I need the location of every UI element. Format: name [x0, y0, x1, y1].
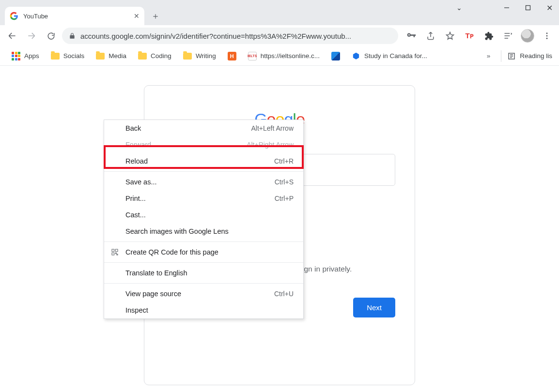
url-text: accounts.google.com/signin/v2/identifier…: [80, 32, 391, 40]
bookmark-label: Coding: [151, 52, 171, 60]
site-icon: IELTS: [248, 52, 257, 60]
svg-point-2: [546, 32, 548, 34]
ctx-label: Translate to English: [125, 269, 187, 277]
site-icon: H: [228, 52, 236, 60]
tab-search-chevron-icon[interactable]: ⌄: [456, 4, 462, 12]
apps-grid-icon: [12, 52, 20, 60]
browser-tab-active[interactable]: YouTube ✕: [5, 7, 144, 25]
bookmark-site-study[interactable]: ⬢Study in Canada for...: [347, 49, 432, 63]
bookmark-site-blue[interactable]: [326, 49, 345, 63]
bookmark-site-h[interactable]: H: [223, 49, 241, 63]
browser-tab-strip: YouTube ✕ ＋ ⌄ ✕: [0, 0, 559, 25]
bookmark-folder-coding[interactable]: Coding: [133, 49, 176, 62]
reading-list-label: Reading lis: [520, 52, 552, 60]
chrome-menu-icon[interactable]: [539, 28, 555, 44]
ctx-print[interactable]: Print...Ctrl+P: [104, 190, 303, 207]
ctx-search-lens[interactable]: Search images with Google Lens: [104, 223, 303, 240]
bookmarks-bar: Apps Socials Media Coding Writing H IELT…: [0, 46, 559, 66]
ctx-label: Reload: [125, 157, 148, 165]
ctx-inspect[interactable]: Inspect: [104, 302, 303, 318]
ctx-shortcut: Ctrl+S: [275, 178, 294, 186]
qr-icon: [110, 247, 120, 257]
ctx-separator: [104, 262, 303, 263]
bookmark-apps[interactable]: Apps: [7, 49, 44, 63]
ctx-save-as[interactable]: Save as...Ctrl+S: [104, 174, 303, 190]
media-control-icon[interactable]: [500, 28, 516, 44]
reading-list-button[interactable]: Reading lis: [507, 52, 552, 60]
site-icon: [331, 52, 340, 60]
window-minimize-icon[interactable]: [503, 4, 511, 12]
ctx-translate[interactable]: Translate to English: [104, 265, 303, 281]
ctx-label: Forward: [125, 141, 151, 149]
ctx-shortcut: Ctrl+P: [275, 195, 294, 202]
bookmark-label: https://ieltsonline.c...: [261, 52, 320, 60]
tab-favicon-google: [10, 12, 18, 20]
svg-point-3: [546, 35, 548, 37]
bookmarks-overflow-icon[interactable]: »: [482, 52, 496, 60]
bookmark-label: Study in Canada for...: [364, 52, 427, 60]
window-maximize-icon[interactable]: [524, 4, 532, 12]
bookmark-site-ielts[interactable]: IELTShttps://ieltsonline.c...: [243, 49, 325, 63]
ctx-label: Print...: [125, 195, 146, 202]
next-button[interactable]: Next: [353, 298, 395, 317]
context-menu: BackAlt+Left Arrow ForwardAlt+Right Arro…: [104, 120, 304, 319]
extensions-puzzle-icon[interactable]: [481, 28, 497, 44]
ctx-separator: [104, 171, 303, 172]
bookmark-label: Socials: [63, 52, 85, 60]
tab-close-icon[interactable]: ✕: [134, 12, 140, 20]
ctx-label: View page source: [125, 290, 181, 298]
tab-title: YouTube: [23, 13, 48, 20]
ctx-label: Save as...: [125, 178, 156, 186]
folder-icon: [183, 53, 192, 60]
lock-icon: [69, 32, 76, 39]
ctx-cast[interactable]: Cast...: [104, 207, 303, 223]
bookmark-folder-socials[interactable]: Socials: [46, 49, 90, 62]
ctx-view-source[interactable]: View page sourceCtrl+U: [104, 286, 303, 302]
ctx-back[interactable]: BackAlt+Left Arrow: [104, 120, 303, 136]
nav-back-button[interactable]: [4, 28, 20, 44]
bookmark-label: Media: [109, 52, 126, 60]
nav-reload-button[interactable]: [43, 28, 59, 44]
browser-toolbar: accounts.google.com/signin/v2/identifier…: [0, 25, 559, 46]
ctx-shortcut: Alt+Right Arrow: [247, 141, 294, 149]
bookmark-folder-media[interactable]: Media: [91, 49, 131, 62]
ctx-separator: [104, 241, 303, 242]
password-key-icon[interactable]: [403, 28, 419, 44]
ctx-shortcut: Ctrl+U: [274, 290, 294, 298]
divider: [501, 50, 501, 62]
svg-rect-1: [526, 6, 530, 10]
folder-icon: [96, 53, 105, 60]
share-icon[interactable]: [422, 28, 439, 44]
svg-point-4: [546, 38, 548, 39]
ctx-reload[interactable]: ReloadCtrl+R: [104, 153, 303, 169]
new-tab-button[interactable]: ＋: [148, 9, 163, 23]
ctx-create-qr[interactable]: Create QR Code for this page: [104, 244, 303, 260]
address-bar[interactable]: accounts.google.com/signin/v2/identifier…: [62, 28, 398, 44]
bookmark-label: Apps: [24, 52, 39, 60]
ctx-label: Create QR Code for this page: [125, 248, 218, 256]
profile-avatar[interactable]: [519, 28, 536, 44]
reading-list-icon: [507, 52, 516, 60]
bookmark-folder-writing[interactable]: Writing: [178, 49, 221, 62]
bookmark-star-icon[interactable]: [442, 28, 458, 44]
ctx-label: Cast...: [125, 211, 146, 219]
folder-icon: [51, 53, 60, 60]
bookmark-label: Writing: [196, 52, 216, 60]
nav-forward-button[interactable]: [23, 28, 40, 44]
ctx-forward: ForwardAlt+Right Arrow: [104, 136, 303, 153]
ctx-label: Search images with Google Lens: [125, 227, 229, 235]
ctx-separator: [104, 283, 303, 284]
ctx-label: Inspect: [125, 306, 148, 314]
extension-tp-icon[interactable]: Tᴘ: [461, 28, 478, 44]
folder-icon: [138, 53, 147, 60]
ctx-label: Back: [125, 124, 141, 132]
ctx-shortcut: Ctrl+R: [274, 157, 294, 165]
window-close-icon[interactable]: ✕: [545, 4, 553, 12]
ctx-shortcut: Alt+Left Arrow: [251, 124, 294, 132]
site-icon: ⬢: [352, 52, 360, 60]
